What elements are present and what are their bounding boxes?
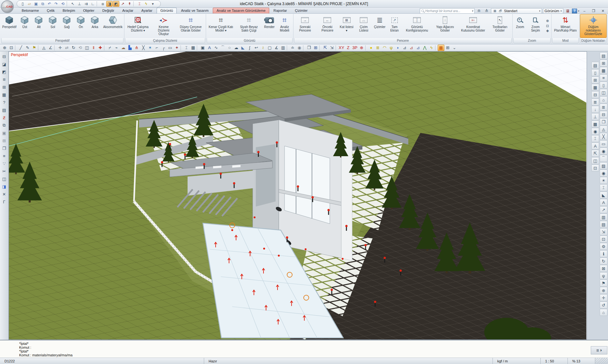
grid-snap-icon[interactable]: ⧈ (100, 1, 106, 7)
dome-icon[interactable]: ◠ (381, 45, 388, 51)
refresh-icon[interactable]: ↻ (600, 258, 607, 265)
solid-fill-icon[interactable]: ◗ (395, 45, 401, 51)
axis-icon[interactable]: ⇲ (329, 45, 335, 51)
idecad-logo[interactable]: ideCAD (1, 0, 14, 13)
target-workplane-button[interactable]: Hedef Çalışma Düzlemi ▾ (125, 14, 151, 38)
offset-icon[interactable]: ↩ (253, 45, 260, 51)
layer-list-icon[interactable]: ≘ (476, 8, 482, 14)
dim-chain-icon[interactable]: ⌶ (183, 45, 190, 51)
copy-icon[interactable]: ⧉ (1, 122, 8, 129)
new-file-icon[interactable]: ▯ (19, 1, 26, 7)
toolbar-icon[interactable] (181, 45, 183, 50)
arc-icon[interactable]: ⌒ (219, 45, 226, 51)
query-object-icon[interactable]: ? (1, 99, 8, 106)
stairs-icon[interactable]: ≣ (374, 45, 381, 51)
split-icon[interactable]: ⋔ (133, 45, 140, 51)
next-window-button[interactable]: → Sonraki Pencere (294, 14, 316, 38)
plate-icon[interactable]: ▭ (600, 140, 607, 147)
tab-cizimler[interactable]: Çizimler (291, 8, 311, 13)
section-icon[interactable]: Ƶ (1, 114, 8, 121)
command-console[interactable]: *İptal*Komut :*İptal*Komut : materials/m… (0, 340, 608, 358)
sheet-icon[interactable]: ▤ (1, 106, 8, 113)
axonometric-view-button[interactable]: Aksonometrik (102, 14, 124, 38)
toolbar-icon[interactable] (319, 45, 322, 50)
support-tool-icon[interactable]: ⊥ (591, 113, 599, 120)
show-model-tree-button[interactable]: ⫶ Yapı Ağacını Göster (432, 14, 458, 38)
truss-icon[interactable]: ◬ (600, 126, 607, 133)
rebar-tool-icon[interactable]: ≣ (591, 98, 599, 106)
select-cursor-icon[interactable]: ↖ (70, 1, 76, 7)
magic-wand-icon[interactable]: ✦ (174, 45, 180, 51)
perspective-view-button[interactable]: Perspektif (1, 14, 18, 38)
undo-icon[interactable]: ↶ (46, 1, 53, 7)
lock-icon[interactable]: ⊠ (600, 265, 607, 272)
architectural-plan-mode-button[interactable]: ⇅ Mimari Plan/Kalıp Planı (552, 14, 579, 38)
spline-icon[interactable]: ʃ (246, 45, 253, 51)
curve-peak-icon[interactable]: ⋀ (421, 45, 428, 51)
level-icon[interactable]: ≐ (289, 45, 296, 51)
left-view-button[interactable]: Sol (46, 14, 60, 38)
qat-icon[interactable] (67, 1, 69, 6)
measure2-icon[interactable]: ⌶ (600, 184, 607, 191)
label-tool-icon[interactable]: A (591, 142, 599, 149)
toolbar-icon[interactable] (197, 45, 199, 50)
mirror-icon[interactable]: ◫ (84, 45, 90, 51)
grid-select-icon[interactable]: ▦ (1, 91, 8, 98)
query-icon[interactable]: ≀ (260, 45, 266, 51)
status-unit-cell[interactable]: kgf / m (493, 358, 541, 364)
qat-icon[interactable] (97, 1, 99, 6)
rotate-icon[interactable]: ↻ (70, 45, 77, 51)
tab-araclar[interactable]: Araçlar (118, 8, 137, 13)
properties-form-icon[interactable]: ⊟ (1, 53, 8, 60)
render-button[interactable]: Render (263, 14, 277, 38)
tab-birlesim[interactable]: Birleşim (59, 8, 79, 13)
area-measure-icon[interactable]: ▢ (266, 45, 273, 51)
parallel-snap-icon[interactable]: ⇉ (83, 1, 89, 7)
flag-note-icon[interactable]: ⚑ (31, 45, 38, 51)
toolbar-icon[interactable] (104, 45, 106, 50)
close-button[interactable]: ✕ (599, 8, 607, 13)
storey-list-button[interactable]: ⊞ Kat listesi ▾ (338, 14, 355, 38)
unit-area-icon[interactable]: ▥ (280, 45, 286, 51)
zoom-extents-icon[interactable]: ⊕ (545, 18, 550, 23)
object-snap-icon[interactable]: ◨ (106, 1, 113, 7)
zoom-panel-icon[interactable]: ⊕ (600, 287, 607, 294)
ucs-icon[interactable]: ⇱ (322, 45, 329, 51)
dock-expand-panel[interactable]: ≣ ⏵ (591, 346, 607, 354)
run-command-icon[interactable]: ϟ (143, 1, 149, 7)
tab-celik[interactable]: Çelik (43, 8, 58, 13)
view-configuration-button[interactable]: ┆ Görüntü Konfigürasyonu (402, 14, 432, 38)
toolbar-overflow-chevron[interactable]: ⌄ (451, 45, 458, 51)
select-window-icon[interactable]: ▭ (167, 45, 174, 51)
text-icon[interactable]: A (206, 45, 213, 51)
render-settings-icon[interactable]: ▣ (1, 129, 8, 136)
print-icon[interactable]: ⊡ (600, 236, 607, 243)
help-chevron[interactable]: ▾ (578, 10, 579, 12)
solid-with-edges-button[interactable]: ⌗ Kenar Çizgili Katı Model ▾ (206, 14, 235, 38)
show-vertical-frame-button[interactable]: ⌗ Düşey Çerçeve Olarak Göster (176, 14, 205, 38)
previous-window-button[interactable]: ← Önceki Pencere (316, 14, 338, 38)
open-file-icon[interactable]: ▱ (26, 1, 33, 7)
weld-icon[interactable]: ⌒ (600, 155, 607, 162)
perpendicular-snap-icon[interactable]: ⊥ (76, 1, 83, 7)
trim-icon[interactable]: ⌿ (107, 45, 113, 51)
beam-icon[interactable]: ≡ (600, 74, 607, 81)
pan-panel-icon[interactable]: ✛ (600, 294, 607, 301)
point-cloud-icon[interactable]: ∵ (1, 160, 8, 167)
settings-icon[interactable]: ⚙ (600, 243, 607, 250)
solid-3d-icon[interactable]: ◨ (1, 183, 8, 190)
minimize-button[interactable]: – (580, 8, 589, 13)
beam-tool-icon[interactable]: ▤ (591, 62, 599, 69)
save-icon[interactable]: ▣ (33, 1, 39, 7)
bw-hidden-line-button[interactable]: ⌗ Siyah Beyaz Saklı Çizgi (235, 14, 263, 38)
wall-icon[interactable]: ▦ (600, 67, 607, 74)
create-cutting-plane-button[interactable]: ◂≻ Kesme Düzlemi Oluştur (151, 14, 176, 38)
show-toolbars-button[interactable]: ↖ Toolbarları Göster (488, 14, 512, 38)
view-menu[interactable]: Görünüm ▾ (543, 8, 563, 14)
break-line-icon[interactable]: ✕ (1, 191, 8, 198)
graph-rise-icon[interactable]: ⊿ (401, 45, 408, 51)
analysis-model-button[interactable]: ⌗ Analiz Modeli (277, 14, 293, 38)
coord-xy-icon[interactable]: XY (338, 45, 345, 51)
new-window-icon[interactable]: ❐ (306, 45, 312, 51)
style-combo[interactable]: ⊠ 🗗 Standart ▾ (491, 8, 542, 14)
